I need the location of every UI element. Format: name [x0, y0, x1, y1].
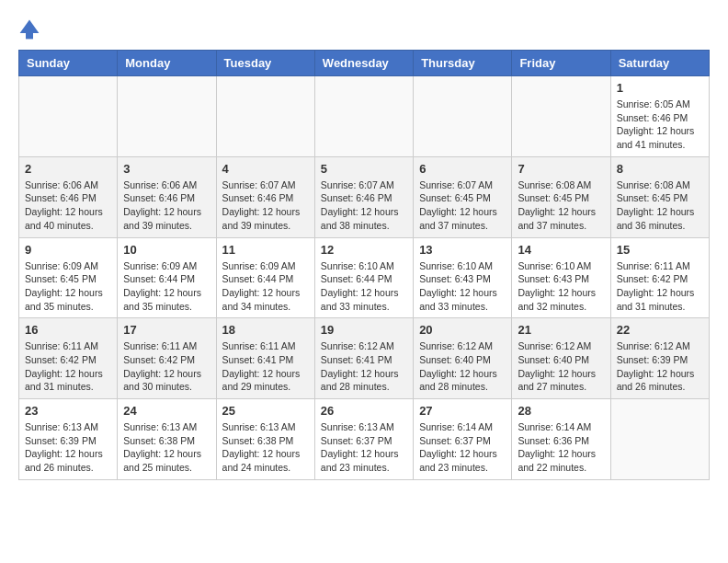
day-header-monday: Monday [118, 51, 216, 76]
calendar-cell [314, 76, 413, 157]
week-row-4: 16Sunrise: 6:11 AM Sunset: 6:42 PM Dayli… [19, 318, 710, 399]
calendar-cell: 16Sunrise: 6:11 AM Sunset: 6:42 PM Dayli… [19, 318, 118, 399]
week-row-3: 9Sunrise: 6:09 AM Sunset: 6:45 PM Daylig… [19, 237, 710, 318]
calendar-table: SundayMondayTuesdayWednesdayThursdayFrid… [18, 50, 710, 480]
calendar-cell: 14Sunrise: 6:10 AM Sunset: 6:43 PM Dayli… [512, 237, 610, 318]
day-number: 28 [518, 404, 604, 418]
day-info: Sunrise: 6:08 AM Sunset: 6:45 PM Dayligh… [617, 178, 703, 233]
calendar-cell: 12Sunrise: 6:10 AM Sunset: 6:44 PM Dayli… [314, 237, 413, 318]
calendar-cell: 7Sunrise: 6:08 AM Sunset: 6:45 PM Daylig… [512, 156, 610, 237]
day-info: Sunrise: 6:10 AM Sunset: 6:44 PM Dayligh… [321, 259, 407, 314]
calendar-cell: 17Sunrise: 6:11 AM Sunset: 6:42 PM Dayli… [118, 318, 216, 399]
day-info: Sunrise: 6:05 AM Sunset: 6:46 PM Dayligh… [617, 98, 703, 152]
day-info: Sunrise: 6:10 AM Sunset: 6:43 PM Dayligh… [419, 259, 506, 314]
day-info: Sunrise: 6:14 AM Sunset: 6:36 PM Dayligh… [518, 420, 604, 475]
day-header-friday: Friday [512, 51, 610, 76]
day-header-thursday: Thursday [414, 51, 512, 76]
day-number: 22 [617, 323, 703, 337]
day-info: Sunrise: 6:07 AM Sunset: 6:46 PM Dayligh… [321, 178, 407, 233]
day-number: 6 [419, 162, 506, 176]
day-number: 19 [321, 323, 407, 337]
day-info: Sunrise: 6:13 AM Sunset: 6:39 PM Dayligh… [25, 420, 111, 475]
calendar-cell [216, 76, 314, 157]
day-number: 17 [123, 323, 210, 337]
day-number: 21 [518, 323, 604, 337]
calendar-cell: 24Sunrise: 6:13 AM Sunset: 6:38 PM Dayli… [118, 399, 216, 480]
day-number: 7 [518, 162, 604, 176]
calendar-cell: 28Sunrise: 6:14 AM Sunset: 6:36 PM Dayli… [512, 399, 610, 480]
calendar-cell: 18Sunrise: 6:11 AM Sunset: 6:41 PM Dayli… [216, 318, 314, 399]
logo-icon [18, 18, 40, 40]
day-number: 11 [222, 243, 309, 257]
day-number: 20 [419, 323, 506, 337]
week-row-5: 23Sunrise: 6:13 AM Sunset: 6:39 PM Dayli… [19, 399, 710, 480]
calendar-cell: 4Sunrise: 6:07 AM Sunset: 6:46 PM Daylig… [216, 156, 314, 237]
calendar-cell: 1Sunrise: 6:05 AM Sunset: 6:46 PM Daylig… [610, 76, 709, 157]
calendar-cell [512, 76, 610, 157]
day-info: Sunrise: 6:09 AM Sunset: 6:44 PM Dayligh… [222, 259, 309, 314]
week-row-2: 2Sunrise: 6:06 AM Sunset: 6:46 PM Daylig… [19, 156, 710, 237]
day-number: 10 [123, 243, 210, 257]
day-number: 15 [617, 243, 703, 257]
calendar-cell: 22Sunrise: 6:12 AM Sunset: 6:39 PM Dayli… [610, 318, 709, 399]
day-number: 12 [321, 243, 407, 257]
day-info: Sunrise: 6:10 AM Sunset: 6:43 PM Dayligh… [518, 259, 604, 314]
day-number: 2 [25, 162, 111, 176]
day-info: Sunrise: 6:06 AM Sunset: 6:46 PM Dayligh… [25, 178, 111, 233]
day-info: Sunrise: 6:11 AM Sunset: 6:42 PM Dayligh… [123, 339, 210, 394]
day-info: Sunrise: 6:13 AM Sunset: 6:38 PM Dayligh… [222, 420, 309, 475]
day-number: 23 [25, 404, 111, 418]
calendar-cell: 15Sunrise: 6:11 AM Sunset: 6:42 PM Dayli… [610, 237, 709, 318]
day-number: 25 [222, 404, 309, 418]
day-info: Sunrise: 6:12 AM Sunset: 6:39 PM Dayligh… [617, 339, 703, 394]
calendar-cell: 21Sunrise: 6:12 AM Sunset: 6:40 PM Dayli… [512, 318, 610, 399]
day-info: Sunrise: 6:13 AM Sunset: 6:38 PM Dayligh… [123, 420, 210, 475]
day-number: 18 [222, 323, 309, 337]
calendar-cell: 6Sunrise: 6:07 AM Sunset: 6:45 PM Daylig… [414, 156, 512, 237]
day-info: Sunrise: 6:07 AM Sunset: 6:45 PM Dayligh… [419, 178, 506, 233]
calendar-cell: 11Sunrise: 6:09 AM Sunset: 6:44 PM Dayli… [216, 237, 314, 318]
logo [18, 18, 44, 40]
day-info: Sunrise: 6:07 AM Sunset: 6:46 PM Dayligh… [222, 178, 309, 233]
day-info: Sunrise: 6:12 AM Sunset: 6:40 PM Dayligh… [518, 339, 604, 394]
calendar-cell [414, 76, 512, 157]
calendar-cell: 5Sunrise: 6:07 AM Sunset: 6:46 PM Daylig… [314, 156, 413, 237]
day-info: Sunrise: 6:11 AM Sunset: 6:42 PM Dayligh… [25, 339, 111, 394]
page-header [18, 18, 710, 40]
calendar-cell [610, 399, 709, 480]
day-header-wednesday: Wednesday [314, 51, 413, 76]
day-info: Sunrise: 6:08 AM Sunset: 6:45 PM Dayligh… [518, 178, 604, 233]
day-number: 26 [321, 404, 407, 418]
day-number: 14 [518, 243, 604, 257]
calendar-cell: 9Sunrise: 6:09 AM Sunset: 6:45 PM Daylig… [19, 237, 118, 318]
day-info: Sunrise: 6:11 AM Sunset: 6:41 PM Dayligh… [222, 339, 309, 394]
day-info: Sunrise: 6:09 AM Sunset: 6:45 PM Dayligh… [25, 259, 111, 314]
day-info: Sunrise: 6:11 AM Sunset: 6:42 PM Dayligh… [617, 259, 703, 314]
calendar-cell: 25Sunrise: 6:13 AM Sunset: 6:38 PM Dayli… [216, 399, 314, 480]
calendar-cell: 19Sunrise: 6:12 AM Sunset: 6:41 PM Dayli… [314, 318, 413, 399]
day-info: Sunrise: 6:12 AM Sunset: 6:40 PM Dayligh… [419, 339, 506, 394]
calendar-header-row: SundayMondayTuesdayWednesdayThursdayFrid… [19, 51, 710, 76]
day-number: 5 [321, 162, 407, 176]
day-header-saturday: Saturday [610, 51, 709, 76]
calendar-cell: 2Sunrise: 6:06 AM Sunset: 6:46 PM Daylig… [19, 156, 118, 237]
calendar-cell: 13Sunrise: 6:10 AM Sunset: 6:43 PM Dayli… [414, 237, 512, 318]
calendar-cell: 26Sunrise: 6:13 AM Sunset: 6:37 PM Dayli… [314, 399, 413, 480]
day-header-tuesday: Tuesday [216, 51, 314, 76]
day-info: Sunrise: 6:06 AM Sunset: 6:46 PM Dayligh… [123, 178, 210, 233]
day-info: Sunrise: 6:09 AM Sunset: 6:44 PM Dayligh… [123, 259, 210, 314]
day-number: 9 [25, 243, 111, 257]
calendar-cell: 23Sunrise: 6:13 AM Sunset: 6:39 PM Dayli… [19, 399, 118, 480]
svg-marker-0 [20, 20, 40, 33]
day-number: 27 [419, 404, 506, 418]
day-number: 16 [25, 323, 111, 337]
day-info: Sunrise: 6:13 AM Sunset: 6:37 PM Dayligh… [321, 420, 407, 475]
day-info: Sunrise: 6:12 AM Sunset: 6:41 PM Dayligh… [321, 339, 407, 394]
day-number: 8 [617, 162, 703, 176]
calendar-cell: 3Sunrise: 6:06 AM Sunset: 6:46 PM Daylig… [118, 156, 216, 237]
calendar-cell: 10Sunrise: 6:09 AM Sunset: 6:44 PM Dayli… [118, 237, 216, 318]
day-number: 1 [617, 81, 703, 95]
day-number: 13 [419, 243, 506, 257]
calendar-cell [118, 76, 216, 157]
day-number: 24 [123, 404, 210, 418]
